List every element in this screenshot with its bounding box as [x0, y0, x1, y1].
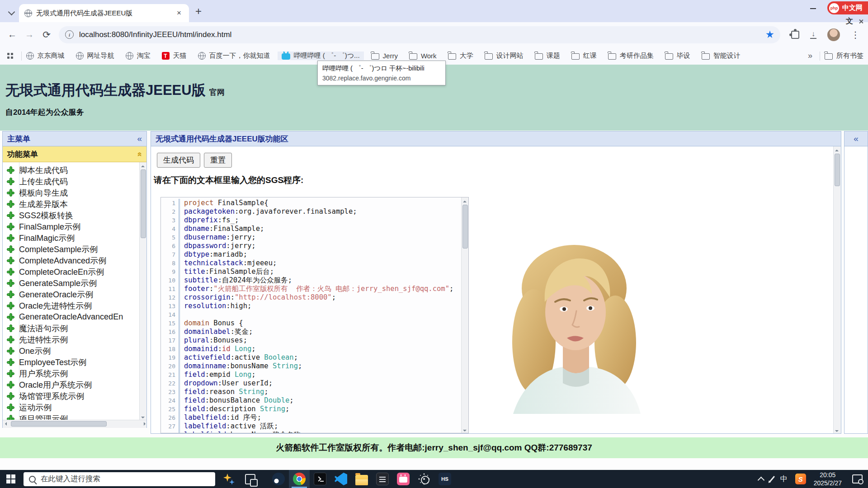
- all-bookmarks-button[interactable]: 所有书签: [825, 52, 863, 60]
- main-panel-scrollbar[interactable]: [833, 146, 841, 433]
- scroll-down-arrow[interactable]: [141, 417, 145, 420]
- explorer-taskbar-button[interactable]: [351, 470, 372, 488]
- browser-tab-active[interactable]: 无垠式通用代码生成器JEEEU版 ×: [19, 4, 189, 22]
- bookmark-item[interactable]: 京东商城: [26, 52, 65, 60]
- bookmark-item[interactable]: 哔哩哔哩 ( ゜- ゜)つ...: [278, 52, 364, 60]
- bilibili-taskbar-button[interactable]: [393, 470, 414, 488]
- scroll-down-arrow[interactable]: [463, 430, 467, 433]
- scroll-up-arrow[interactable]: [835, 148, 839, 151]
- sgs-code-editor[interactable]: 1project FinalSample{2packagetoken:org.j…: [160, 197, 469, 433]
- sidebar-item-GenerateOracleAdvancedEn[interactable]: GenerateOracleAdvancedEn: [3, 311, 146, 323]
- collapse-sidebar-icon[interactable]: «: [137, 134, 142, 144]
- sogou-input-icon[interactable]: S: [795, 474, 806, 484]
- sidebar-item-FinalSample示例[interactable]: FinalSample示例: [3, 221, 146, 232]
- bookmark-folder[interactable]: 大学: [448, 52, 473, 60]
- sidebar-item-CompleteOracleEn示例[interactable]: CompleteOracleEn示例: [3, 266, 146, 277]
- reload-button[interactable]: [38, 26, 55, 43]
- scrollbar-thumb[interactable]: [141, 169, 146, 238]
- scroll-up-arrow[interactable]: [463, 199, 467, 202]
- scrollbar-thumb[interactable]: [835, 154, 840, 186]
- sidebar-item-EmployeeTest示例[interactable]: EmployeeTest示例: [3, 357, 146, 368]
- bookmark-folder[interactable]: 课题: [535, 52, 560, 60]
- sidebar-item-One示例[interactable]: One示例: [3, 345, 146, 357]
- menu-vertical-scrollbar[interactable]: [139, 162, 146, 420]
- profile-avatar[interactable]: [827, 28, 840, 41]
- vscode-taskbar-button[interactable]: [330, 470, 351, 488]
- scroll-down-arrow[interactable]: [835, 430, 839, 433]
- generate-code-button[interactable]: 生成代码: [157, 153, 200, 168]
- sidebar-item-上传生成代码[interactable]: 上传生成代码: [3, 176, 146, 187]
- menu-horizontal-scrollbar[interactable]: [3, 420, 146, 428]
- taskbar-clock[interactable]: 20:05 2025/2/27: [814, 471, 842, 487]
- collapse-section-icon[interactable]: «: [135, 152, 144, 156]
- steam-taskbar-button[interactable]: [268, 470, 289, 488]
- new-tab-button[interactable]: +: [195, 5, 202, 18]
- function-menu-header[interactable]: 功能菜单 «: [3, 146, 146, 162]
- scroll-right-arrow[interactable]: [144, 422, 147, 426]
- notes-taskbar-button[interactable]: [372, 470, 393, 488]
- scroll-left-arrow[interactable]: [3, 422, 7, 426]
- sidebar-item-先进特性示例[interactable]: 先进特性示例: [3, 334, 146, 345]
- start-button[interactable]: [0, 470, 22, 488]
- bookmark-item[interactable]: T天猫: [162, 52, 187, 60]
- scroll-up-arrow[interactable]: [141, 164, 145, 167]
- editor-scrollbar[interactable]: [461, 197, 468, 433]
- address-bar[interactable]: localhost:8080/InfinityJEEEU/html/index.…: [59, 26, 780, 43]
- taskbar-search-input[interactable]: 在此键入进行搜索: [24, 472, 215, 486]
- settings-taskbar-button[interactable]: [414, 470, 434, 488]
- downloads-icon[interactable]: [810, 31, 816, 39]
- sidebar-item-生成差异版本[interactable]: 生成差异版本: [3, 198, 146, 210]
- sidebar-item-CompleteSample示例[interactable]: CompleteSample示例: [3, 244, 146, 255]
- sidebar-item-GenerateOracle示例[interactable]: GenerateOracle示例: [3, 289, 146, 300]
- watermark-close-icon[interactable]: [859, 19, 863, 24]
- bookmark-folder[interactable]: 智能设计: [702, 52, 741, 60]
- scrollbar-thumb[interactable]: [11, 421, 107, 427]
- reset-button[interactable]: 重置: [204, 153, 232, 168]
- apps-grid-icon[interactable]: [7, 53, 13, 59]
- sidebar-item-Oracle先进特性示例[interactable]: Oracle先进特性示例: [3, 300, 146, 311]
- scrollbar-thumb[interactable]: [462, 205, 468, 249]
- bookmark-star-icon[interactable]: [766, 31, 774, 39]
- sidebar-item-模板向导生成[interactable]: 模板向导生成: [3, 187, 146, 198]
- sidebar-item-场馆管理系统示例[interactable]: 场馆管理系统示例: [3, 390, 146, 402]
- bookmark-item[interactable]: 网址导航: [76, 52, 114, 60]
- bookmark-folder[interactable]: 毕设: [665, 52, 690, 60]
- url-text[interactable]: localhost:8080/InfinityJEEEU/html/index.…: [79, 30, 760, 39]
- bookmark-folder[interactable]: Jerry: [371, 52, 398, 60]
- bookmarks-overflow-button[interactable]: »: [808, 51, 812, 61]
- sidebar-item-项目管理示例[interactable]: 项目管理示例: [3, 413, 146, 420]
- sidebar-item-Oracle用户系统示例[interactable]: Oracle用户系统示例: [3, 379, 146, 390]
- sidebar-item-魔法语句示例[interactable]: 魔法语句示例: [3, 323, 146, 334]
- pen-icon[interactable]: [769, 476, 775, 483]
- site-info-icon[interactable]: [65, 30, 74, 39]
- bookmark-folder[interactable]: 设计网站: [485, 52, 524, 60]
- bookmark-item[interactable]: 淘宝: [126, 52, 151, 60]
- bookmark-folder[interactable]: 红课: [571, 52, 597, 60]
- sidebar-item-SGS2模板转换[interactable]: SGS2模板转换: [3, 210, 146, 221]
- east-panel-header[interactable]: «: [844, 131, 868, 146]
- tray-expand-icon[interactable]: [757, 477, 764, 484]
- forward-button[interactable]: [21, 26, 38, 43]
- ime-indicator[interactable]: 中: [780, 474, 788, 484]
- sidebar-item-用户系统示例[interactable]: 用户系统示例: [3, 368, 146, 379]
- sidebar-item-CompleteAdvanced示例[interactable]: CompleteAdvanced示例: [3, 255, 146, 266]
- sidebar-item-GenerateSample示例[interactable]: GenerateSample示例: [3, 277, 146, 289]
- bookmark-folder[interactable]: Work: [409, 52, 437, 60]
- bookmark-folder[interactable]: 考研作品集: [608, 52, 654, 60]
- minimize-button[interactable]: [802, 1, 824, 16]
- sidebar-item-运动示例[interactable]: 运动示例: [3, 402, 146, 413]
- browser-menu-icon[interactable]: [851, 29, 860, 40]
- extensions-icon[interactable]: [791, 31, 799, 39]
- sidebar-item-FinalMagic示例[interactable]: FinalMagic示例: [3, 232, 146, 244]
- tab-search-button[interactable]: [5, 6, 18, 19]
- chrome-taskbar-button[interactable]: [289, 470, 310, 488]
- copilot-sparkle-icon[interactable]: [222, 473, 235, 485]
- task-view-icon[interactable]: [245, 474, 255, 484]
- hbuilder-taskbar-button[interactable]: HS: [434, 470, 455, 488]
- terminal-taskbar-button[interactable]: [310, 470, 330, 488]
- tab-close-button[interactable]: ×: [175, 9, 184, 18]
- bookmark-item[interactable]: 百度一下，你就知道: [198, 52, 270, 60]
- expand-east-panel-icon[interactable]: «: [854, 134, 859, 144]
- back-button[interactable]: [4, 26, 21, 43]
- notification-center-icon[interactable]: [852, 474, 863, 483]
